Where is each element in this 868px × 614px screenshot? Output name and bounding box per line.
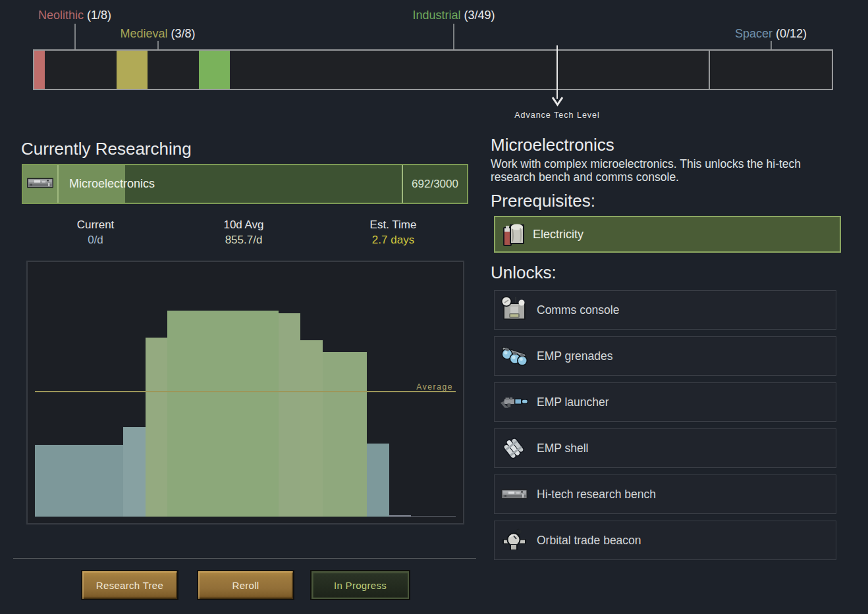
- tech-level-name: Industrial: [412, 9, 460, 22]
- tech-level-bar: [33, 49, 833, 90]
- tech-level-label-medieval: Medieval (3/8): [120, 27, 195, 41]
- in-progress-button[interactable]: In Progress: [310, 570, 410, 600]
- chart-bar: [167, 311, 278, 517]
- chart-bar: [123, 427, 146, 517]
- chart-bar: [389, 515, 412, 517]
- unlock-label: Comms console: [537, 303, 619, 317]
- unlock-item-emp-grenades[interactable]: EMP grenades: [494, 336, 836, 376]
- research-project-icon-cell: [23, 165, 59, 203]
- tech-level-count: (3/49): [461, 9, 495, 22]
- stat-label-est-time: Est. Time: [370, 218, 417, 232]
- chart-bar: [279, 313, 301, 517]
- currently-researching-title: Currently Researching: [21, 139, 192, 159]
- tech-progress-fill-industrial: [199, 51, 230, 89]
- unlock-label: EMP shell: [537, 442, 588, 455]
- electricity-icon: [500, 221, 528, 247]
- chart-average-label: Average: [416, 382, 453, 392]
- unlock-label: EMP launcher: [537, 396, 609, 409]
- advance-tech-level-arrow-line: [556, 45, 558, 99]
- tech-level-count: (0/12): [773, 27, 807, 40]
- stat-value-10d-avg: 855.7/d: [225, 234, 263, 247]
- chart-average-line: [35, 391, 456, 392]
- stat-value-current: 0/d: [88, 234, 103, 247]
- tech-level-label-spacer: Spacer (0/12): [735, 27, 807, 41]
- advance-tech-level-label: Advance Tech Level: [514, 111, 600, 120]
- advance-tech-level-arrow-head: [551, 96, 564, 107]
- unlock-item-hi-tech-research-bench[interactable]: Hi-tech research bench: [494, 474, 836, 514]
- tech-level-name: Neolithic: [38, 9, 84, 22]
- unlock-item-emp-shell[interactable]: EMP shell: [494, 428, 836, 468]
- stat-label-10d-avg: 10d Avg: [223, 218, 263, 232]
- tech-level-tick-medieval: [157, 41, 159, 49]
- stat-value-est-time: 2.7 days: [372, 234, 414, 247]
- unlock-label: Hi-tech research bench: [537, 488, 656, 501]
- selected-research-title: Microelectronics: [491, 135, 614, 155]
- prerequisites-heading: Prerequisites:: [491, 191, 595, 211]
- tech-level-count: (3/8): [168, 27, 196, 40]
- chart-bar: [323, 352, 367, 517]
- selected-research-description: Work with complex microelectronics. This…: [491, 157, 827, 184]
- unlock-item-comms-console[interactable]: Comms console: [494, 290, 836, 330]
- unlock-label: EMP grenades: [537, 349, 612, 363]
- prerequisite-label: Electricity: [533, 228, 583, 242]
- prerequisites-list: Electricity: [494, 216, 841, 253]
- current-research-progress-bar: Microelectronics 692/3000: [22, 164, 468, 204]
- orbital-beacon-icon: [499, 526, 530, 554]
- chart-bar: [367, 444, 389, 517]
- tech-level-label-neolithic: Neolithic (1/8): [38, 9, 111, 22]
- emp-grenades-icon: [499, 344, 530, 368]
- chart-bar: [35, 445, 124, 517]
- tech-level-tick-spacer: [771, 41, 772, 49]
- emp-launcher-icon: [499, 395, 530, 409]
- tech-progress-fill-medieval: [117, 51, 148, 89]
- comms-console-icon: [499, 295, 530, 325]
- chart-bar: [146, 338, 168, 517]
- tech-level-tick-industrial: [453, 24, 454, 49]
- reroll-button[interactable]: Reroll: [197, 570, 294, 600]
- unlock-item-orbital-trade-beacon[interactable]: Orbital trade beacon: [494, 521, 836, 560]
- tech-progress-fill-neolithic: [34, 51, 45, 89]
- tech-level-count: (1/8): [84, 9, 111, 22]
- chart-bar: [411, 516, 455, 517]
- stat-label-current: Current: [77, 218, 115, 232]
- research-speed-chart: Average: [26, 261, 464, 524]
- hi-tech-bench-icon: [499, 488, 530, 501]
- footer-divider: [13, 558, 476, 559]
- tech-level-label-industrial: Industrial (3/49): [412, 9, 495, 22]
- emp-shell-icon: [499, 434, 530, 462]
- tech-level-name: Medieval: [120, 27, 167, 40]
- research-project-name: Microelectronics: [69, 165, 155, 203]
- research-screen: Neolithic (1/8)Medieval (3/8)Industrial …: [0, 0, 868, 614]
- research-tree-button[interactable]: Research Tree: [81, 570, 178, 600]
- tech-level-tick-neolithic: [74, 24, 76, 49]
- unlocks-list: Comms console EMP grenades EMP lau: [494, 290, 836, 567]
- unlocks-heading: Unlocks:: [491, 263, 556, 283]
- prerequisite-item-electricity[interactable]: Electricity: [494, 216, 841, 253]
- unlock-item-emp-launcher[interactable]: EMP launcher: [494, 382, 836, 422]
- tech-level-name: Spacer: [735, 27, 773, 40]
- tech-section-divider: [709, 51, 710, 89]
- hi-tech-research-bench-icon: [26, 176, 54, 192]
- chart-bar: [300, 340, 323, 517]
- unlock-label: Orbital trade beacon: [537, 534, 641, 548]
- research-progress-count: 692/3000: [402, 165, 467, 203]
